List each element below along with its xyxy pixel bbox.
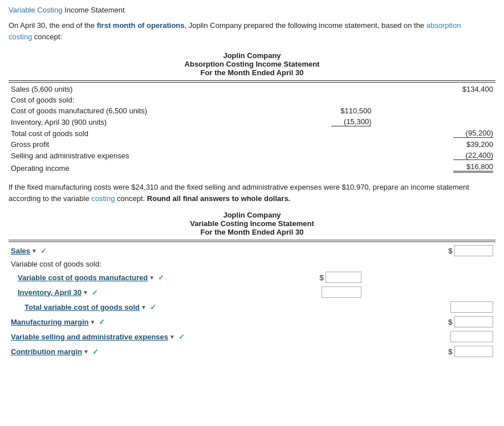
header-divider-bottom: [9, 82, 495, 83]
total-vcogs-check: ✓: [150, 303, 156, 312]
table-row: Gross profit $39,200: [9, 139, 495, 150]
table-row: Inventory, April 30 (900 units) (15,300): [9, 116, 495, 128]
total-vcogs-input[interactable]: [450, 301, 493, 313]
table-row: Operating income $16,800: [9, 161, 495, 174]
table-row: Cost of goods manufactured (6,500 units)…: [9, 105, 495, 116]
total-vcogs-dropdown-label[interactable]: Total variable cost of goods sold: [25, 303, 140, 312]
header-divider-top: [9, 80, 495, 81]
table-row: Total cost of goods sold (95,200): [9, 128, 495, 139]
mfg-margin-input[interactable]: [454, 316, 493, 327]
sales-label-cell: Sales ▼ ✓: [9, 243, 277, 258]
table-row: Sales ▼ ✓ $: [9, 243, 495, 258]
table-row: Variable cost of goods manufactured ▼ ✓ …: [9, 270, 495, 285]
variable-period: For the Month Ended April 30: [9, 228, 495, 236]
var-selling-dropdown-label[interactable]: Variable selling and administrative expe…: [11, 333, 168, 341]
vcogs-manuf-check: ✓: [158, 273, 164, 282]
contrib-margin-dropdown-arrow[interactable]: ▼: [83, 349, 89, 355]
inventory-dropdown-label[interactable]: Inventory, April 30: [18, 288, 82, 297]
sales-dropdown-arrow[interactable]: ▼: [31, 248, 37, 254]
inventory-check: ✓: [92, 288, 98, 297]
table-row: Selling and administrative expenses (22,…: [9, 150, 495, 161]
table-row: Manufacturing margin ▼ ✓ $: [9, 314, 495, 329]
table-row: Sales (5,600 units) $134,400: [9, 84, 495, 95]
contrib-margin-check: ✓: [92, 347, 99, 356]
contrib-margin-input[interactable]: [454, 346, 493, 357]
absorption-table: Sales (5,600 units) $134,400 Cost of goo…: [9, 84, 495, 174]
mfg-margin-dropdown-label[interactable]: Manufacturing margin: [11, 318, 89, 326]
absorption-header: Joplin Company Absorption Costing Income…: [9, 51, 495, 77]
table-row: Total variable cost of goods sold ▼ ✓: [9, 300, 495, 314]
vcogs-manuf-input[interactable]: [326, 272, 361, 283]
variable-header: Joplin Company Variable Costing Income S…: [9, 211, 495, 236]
var-selling-check: ✓: [178, 333, 185, 341]
variable-table: Sales ▼ ✓ $ Variable cost of goods sold:: [9, 243, 495, 359]
bottom-intro: If the fixed manufacturing costs were $2…: [9, 182, 495, 204]
table-row: Cost of goods sold:: [9, 95, 495, 105]
vcogs-manuf-dropdown-label[interactable]: Variable cost of goods manufactured: [18, 273, 148, 282]
mfg-margin-dropdown-arrow[interactable]: ▼: [90, 319, 96, 325]
table-row: Contribution margin ▼ ✓ $: [9, 344, 495, 359]
variable-company-name: Joplin Company: [9, 211, 495, 219]
var-selling-dropdown-arrow[interactable]: ▼: [169, 334, 175, 340]
bottom-section: If the fixed manufacturing costs were $2…: [9, 182, 495, 359]
total-vcogs-dropdown-arrow[interactable]: ▼: [141, 304, 147, 310]
var-selling-input[interactable]: [450, 331, 493, 342]
contrib-margin-dropdown-label[interactable]: Contribution margin: [11, 347, 82, 356]
sales-dropdown-label[interactable]: Sales: [11, 247, 30, 255]
mfg-margin-check: ✓: [99, 318, 105, 326]
variable-divider-bottom: [9, 241, 495, 242]
table-row: Variable cost of goods sold:: [9, 258, 495, 270]
vcogs-manuf-dropdown-arrow[interactable]: ▼: [149, 275, 155, 281]
title-blue-part: Variable Costing: [9, 6, 62, 14]
intro-paragraph: On April 30, the end of the first month …: [9, 20, 495, 42]
table-row: Variable selling and administrative expe…: [9, 329, 495, 344]
variable-divider-top: [9, 240, 495, 240]
absorption-period: For the Month Ended April 30: [9, 68, 495, 77]
company-name: Joplin Company: [9, 51, 495, 60]
title-black-part: Income Statement: [62, 6, 124, 14]
absorption-title: Absorption Costing Income Statement: [9, 60, 495, 68]
sales-input[interactable]: [454, 245, 493, 256]
sales-check: ✓: [40, 247, 47, 255]
table-row: Inventory, April 30 ▼ ✓: [9, 285, 495, 300]
variable-title: Variable Costing Income Statement: [9, 219, 495, 228]
inventory-input[interactable]: [322, 286, 361, 298]
inventory-dropdown-arrow[interactable]: ▼: [83, 289, 88, 296]
row-label: Sales (5,600 units): [9, 84, 277, 95]
page-title: Variable Costing Income Statement: [9, 6, 495, 14]
